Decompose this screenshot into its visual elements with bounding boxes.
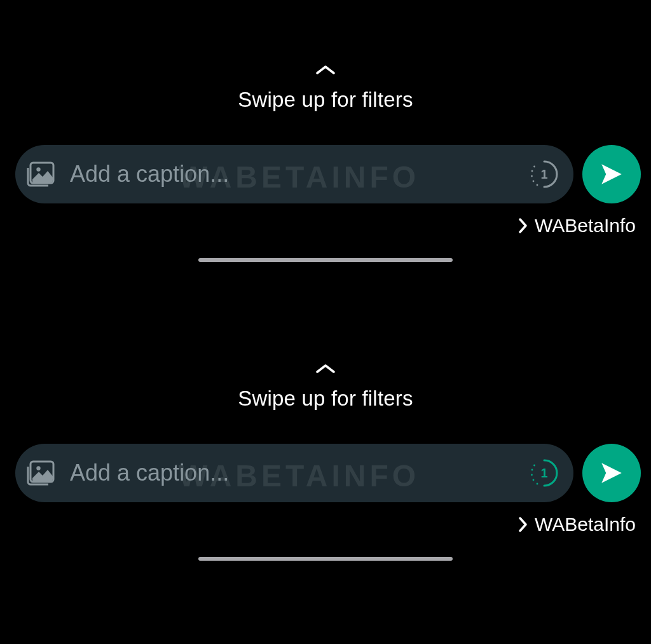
home-indicator [198, 258, 453, 262]
home-indicator [198, 557, 453, 561]
view-once-number: 1 [540, 466, 547, 480]
send-icon [598, 161, 625, 188]
recipient-label: WABetaInfo [535, 215, 636, 236]
swipe-hint-label: Swipe up for filters [238, 387, 413, 411]
chevron-up-icon [315, 362, 336, 375]
recipient-chip[interactable]: WABetaInfo [0, 514, 651, 535]
swipe-up-hint[interactable]: Swipe up for filters [0, 362, 651, 411]
swipe-up-hint[interactable]: Swipe up for filters [0, 64, 651, 112]
svg-point-11 [537, 483, 538, 485]
svg-point-7 [533, 465, 535, 467]
chevron-up-icon [315, 64, 336, 76]
svg-point-8 [531, 469, 533, 471]
gallery-icon [27, 159, 57, 189]
caption-input[interactable]: Add a caption... WABETAINFO 1 [15, 444, 573, 502]
caption-placeholder: Add a caption... [70, 460, 523, 486]
caption-row: Add a caption... WABETAINFO 1 [0, 444, 651, 502]
svg-point-4 [533, 181, 535, 182]
svg-point-1 [533, 166, 535, 168]
svg-point-5 [537, 184, 538, 186]
chevron-right-icon [518, 516, 528, 533]
swipe-hint-label: Swipe up for filters [238, 88, 413, 112]
svg-point-0 [36, 167, 40, 171]
gallery-icon [27, 458, 57, 488]
recipient-chip[interactable]: WABetaInfo [0, 215, 651, 236]
svg-point-3 [531, 175, 533, 177]
send-icon [598, 460, 625, 486]
view-once-toggle[interactable]: 1 [529, 159, 559, 189]
recipient-label: WABetaInfo [535, 514, 636, 535]
send-button[interactable] [582, 444, 641, 502]
media-send-panel-active: Swipe up for filters Add a caption... WA… [0, 305, 651, 636]
svg-point-6 [36, 466, 40, 470]
caption-placeholder: Add a caption... [70, 161, 523, 188]
send-button[interactable] [582, 145, 641, 203]
svg-point-9 [531, 474, 533, 476]
svg-point-10 [533, 479, 535, 481]
view-once-toggle[interactable]: 1 [529, 458, 559, 488]
media-send-panel-inactive: Swipe up for filters Add a caption... WA… [0, 0, 651, 305]
chevron-right-icon [518, 217, 528, 234]
svg-point-2 [531, 170, 533, 172]
caption-input[interactable]: Add a caption... WABETAINFO 1 [15, 145, 573, 203]
view-once-number: 1 [540, 167, 547, 181]
caption-row: Add a caption... WABETAINFO 1 [0, 145, 651, 203]
